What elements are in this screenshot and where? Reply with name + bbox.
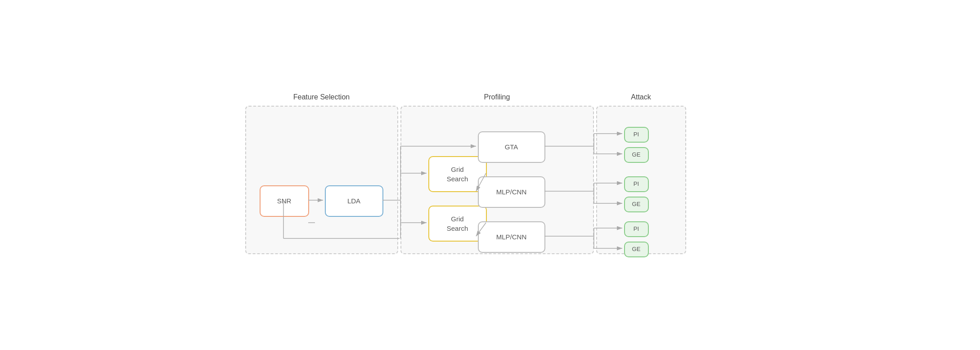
box-snr: SNR	[260, 185, 309, 217]
section-feature-selection: Feature Selection SNR LDA	[245, 106, 398, 254]
section-feature-label: Feature Selection	[293, 93, 350, 101]
section-attack: Attack PI GE PI GE PI GE	[596, 106, 686, 254]
box-ge-3: GE	[624, 242, 649, 257]
grid-search-1-label: GridSearch	[447, 165, 468, 184]
box-gta: GTA	[478, 131, 545, 163]
box-pi-2: PI	[624, 176, 649, 192]
box-pi-1: PI	[624, 127, 649, 143]
grid-search-2-label: GridSearch	[447, 214, 468, 233]
box-lda: LDA	[325, 185, 383, 217]
section-attack-label: Attack	[631, 93, 651, 101]
box-ge-1: GE	[624, 147, 649, 163]
box-mlp-cnn-1: MLP/CNN	[478, 176, 545, 208]
box-pi-3: PI	[624, 221, 649, 237]
diagram-wrapper: Feature Selection SNR LDA Profiling Grid…	[245, 88, 735, 263]
box-mlp-cnn-2: MLP/CNN	[478, 221, 545, 253]
box-ge-2: GE	[624, 197, 649, 212]
section-profiling-label: Profiling	[484, 93, 510, 101]
section-profiling: Profiling GridSearch GridSearch GTA MLP/…	[400, 106, 594, 254]
